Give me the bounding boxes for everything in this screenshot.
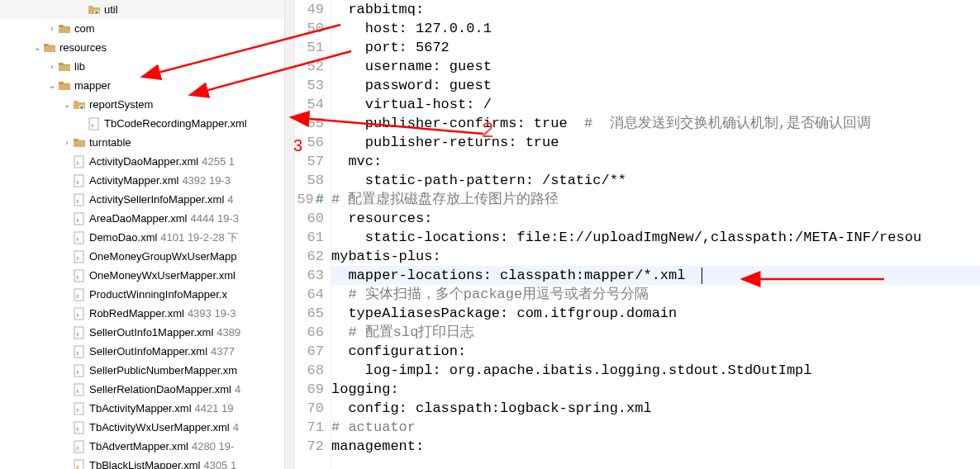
tree-item[interactable]: ·xSellerPublicNumberMapper.xm xyxy=(0,361,284,380)
tree-item[interactable]: ›com xyxy=(0,19,284,38)
vcs-info: 4 xyxy=(227,193,233,206)
arrow-blank: · xyxy=(61,385,73,394)
code-line[interactable]: password: guest xyxy=(331,76,980,95)
tree-item[interactable]: ·xSellerRelationDaoMapper.xml4 xyxy=(0,380,284,399)
tree-item-label: turntable xyxy=(89,136,131,149)
code-line[interactable]: # actuator xyxy=(331,418,980,437)
tree-item[interactable]: ·xActivityMapper.xml4392 19-3 xyxy=(0,171,284,190)
tree-item[interactable]: ·xOneMoneyGroupWxUserMapp xyxy=(0,247,284,266)
tree-item-label: ActivityMapper.xml xyxy=(89,174,178,187)
code-editor[interactable]: 4950515253545556575859#60616263646566676… xyxy=(295,0,980,469)
code-line[interactable]: management: xyxy=(331,437,980,456)
code-line[interactable]: static-path-pattern: /static/** xyxy=(331,171,980,190)
line-number: 53 xyxy=(295,76,324,95)
arrow-blank: · xyxy=(61,214,73,223)
editor-gutter-strip xyxy=(285,0,295,469)
tree-item[interactable]: ·xActivityDaoMapper.xml4255 1 xyxy=(0,152,284,171)
arrow-blank: · xyxy=(61,252,73,261)
tree-item-label: SellerOutInfo1Mapper.xml xyxy=(89,326,213,339)
tree-item[interactable]: ·xProductWinningInfoMapper.x xyxy=(0,285,284,304)
tree-item[interactable]: ›turntable xyxy=(0,133,284,152)
line-number: 68 xyxy=(295,361,324,380)
svg-text:x: x xyxy=(76,312,79,318)
line-number: 71 xyxy=(295,418,324,437)
vcs-info: 4101 19-2-28 下 xyxy=(160,230,238,245)
arrow-blank: · xyxy=(76,119,88,128)
tree-item[interactable]: ·xActivitySellerInfoMapper.xml4 xyxy=(0,190,284,209)
svg-text:x: x xyxy=(76,160,79,166)
xml-icon: x xyxy=(73,440,86,453)
arrow-blank: · xyxy=(61,271,73,280)
svg-text:x: x xyxy=(76,369,79,375)
xml-icon: x xyxy=(73,307,86,320)
tree-item-label: SellerRelationDaoMapper.xml xyxy=(89,383,231,396)
line-number: 56 xyxy=(295,133,324,152)
svg-text:x: x xyxy=(76,350,79,356)
code-line[interactable]: config: classpath:logback-spring.xml xyxy=(331,399,980,418)
code-line[interactable]: publisher-confirms: true # 消息发送到交换机确认机制,… xyxy=(331,114,980,133)
code-line[interactable]: username: guest xyxy=(331,57,980,76)
code-line[interactable]: resources: xyxy=(331,209,980,228)
code-line[interactable]: static-locations: file:E://uploadImgNew/… xyxy=(331,228,980,247)
arrow-blank: · xyxy=(61,328,73,337)
code-line[interactable]: configuration: xyxy=(331,342,980,361)
line-number: 70 xyxy=(295,399,324,418)
chevron-right-icon[interactable]: › xyxy=(46,24,58,33)
code-line[interactable]: log-impl: org.apache.ibatis.logging.stdo… xyxy=(331,361,980,380)
tree-item[interactable]: ·xTbActivityMapper.xml4421 19 xyxy=(0,399,284,418)
project-tree-panel[interactable]: ·util›com⌄resources›lib⌄mapper⌄reportSys… xyxy=(0,0,285,469)
tree-item-label: TbAdvertMapper.xml xyxy=(89,440,188,452)
tree-item[interactable]: ·xSellerOutInfo1Mapper.xml4389 xyxy=(0,323,284,342)
chevron-down-icon[interactable]: ⌄ xyxy=(46,81,58,90)
svg-text:x: x xyxy=(76,426,79,432)
tree-item[interactable]: ·xOneMoneyWxUserMapper.xml xyxy=(0,266,284,285)
line-number: 57 xyxy=(295,152,324,171)
tree-item[interactable]: ⌄resources xyxy=(0,38,284,57)
line-number: 65 xyxy=(295,304,324,323)
tree-item[interactable]: ·xTbCodeRecordingMapper.xml xyxy=(0,114,284,133)
tree-item[interactable]: ›lib xyxy=(0,57,284,76)
tree-item[interactable]: ·xTbBlackListMapper.xml4305 1 xyxy=(0,456,284,469)
xml-icon: x xyxy=(73,364,86,377)
svg-text:x: x xyxy=(76,464,79,470)
tree-item[interactable]: ·xAreaDaoMapper.xml4444 19-3 xyxy=(0,209,284,228)
tree-item[interactable]: ⌄reportSystem xyxy=(0,95,284,114)
tree-item[interactable]: ·util xyxy=(0,0,284,19)
code-line[interactable]: typeAliasesPackage: com.itfgroup.domain xyxy=(331,304,980,323)
tree-item[interactable]: ·xDemoDao.xml4101 19-2-28 下 xyxy=(0,228,284,247)
line-number: 61 xyxy=(295,228,324,247)
code-line[interactable]: logging: xyxy=(331,380,980,399)
svg-text:x: x xyxy=(76,293,79,299)
tree-item-label: SellerOutInfoMapper.xml xyxy=(89,345,207,358)
code-line[interactable]: mvc: xyxy=(331,152,980,171)
tree-item[interactable]: ·xTbAdvertMapper.xml4280 19- xyxy=(0,437,284,456)
code-line[interactable]: port: 5672 xyxy=(331,38,980,57)
svg-text:x: x xyxy=(76,388,79,394)
code-line[interactable]: publisher-returns: true xyxy=(331,133,980,152)
tree-item[interactable]: ·xSellerOutInfoMapper.xml4377 xyxy=(0,342,284,361)
code-line[interactable]: # 实体扫描，多个package用逗号或者分号分隔 xyxy=(331,285,980,304)
vcs-info: 4392 19-3 xyxy=(182,174,231,187)
code-line[interactable]: # 配置虚拟磁盘存放上传图片的路径 xyxy=(331,190,980,209)
code-line[interactable]: mybatis-plus: xyxy=(331,247,980,266)
tree-item-label: ProductWinningInfoMapper.x xyxy=(89,288,227,301)
chevron-down-icon[interactable]: ⌄ xyxy=(61,100,73,109)
chevron-right-icon[interactable]: › xyxy=(46,62,58,71)
code-line[interactable]: # 配置slq打印日志 xyxy=(331,323,980,342)
tree-item-label: lib xyxy=(74,60,85,73)
chevron-down-icon[interactable]: ⌄ xyxy=(31,43,43,52)
line-number: 60 xyxy=(295,209,324,228)
xml-icon: x xyxy=(73,326,86,339)
code-line[interactable]: mapper-locations: classpath:mapper/*.xml xyxy=(331,266,980,285)
code-line[interactable]: host: 127.0.0.1 xyxy=(331,19,980,38)
tree-item-label: com xyxy=(74,22,95,35)
tree-item[interactable]: ·xTbActivityWxUserMapper.xml4 xyxy=(0,418,284,437)
folder-icon xyxy=(73,136,86,149)
code-line[interactable]: virtual-host: / xyxy=(331,95,980,114)
tree-item[interactable]: ⌄mapper xyxy=(0,76,284,95)
code-area[interactable]: rabbitmq: host: 127.0.0.1 port: 5672 use… xyxy=(331,0,980,469)
code-line[interactable]: rabbitmq: xyxy=(331,0,980,19)
line-number: 62 xyxy=(295,247,324,266)
chevron-right-icon[interactable]: › xyxy=(61,138,73,147)
tree-item[interactable]: ·xRobRedMapper.xml4393 19-3 xyxy=(0,304,284,323)
